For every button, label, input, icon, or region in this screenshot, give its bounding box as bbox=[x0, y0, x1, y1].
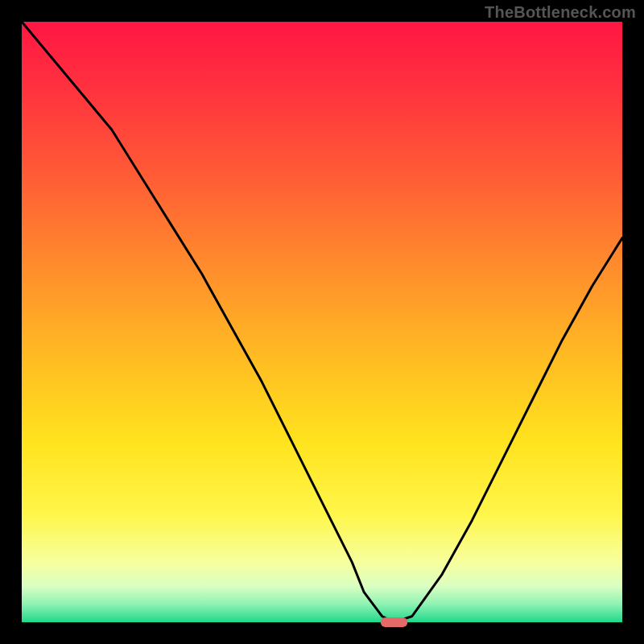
optimal-marker bbox=[381, 617, 408, 627]
plot-background bbox=[22, 22, 622, 622]
chart-canvas bbox=[0, 0, 644, 644]
chart-stage: TheBottleneck.com bbox=[0, 0, 644, 644]
